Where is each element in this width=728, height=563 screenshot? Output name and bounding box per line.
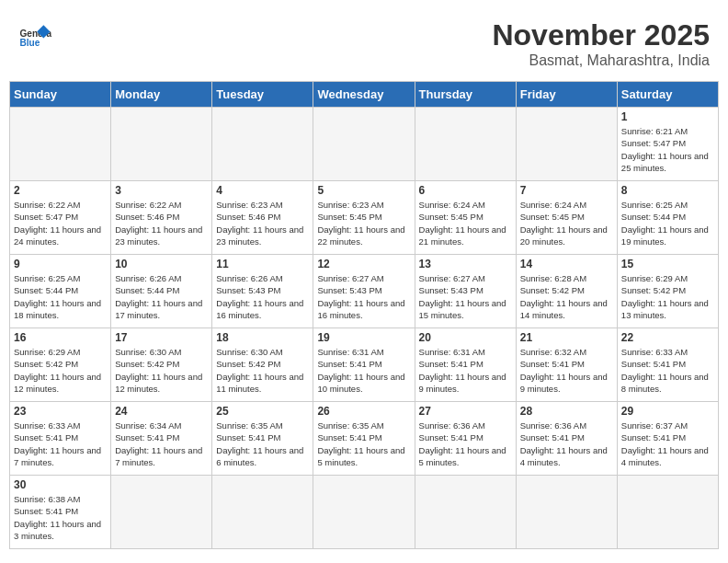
calendar-cell: 5Sunrise: 6:23 AM Sunset: 5:45 PM Daylig…	[313, 181, 415, 255]
calendar-cell: 30Sunrise: 6:38 AM Sunset: 5:41 PM Dayli…	[10, 476, 111, 549]
weekday-header-friday: Friday	[516, 82, 617, 108]
day-info: Sunrise: 6:24 AM Sunset: 5:45 PM Dayligh…	[520, 199, 613, 247]
day-number: 25	[216, 405, 309, 418]
weekday-header-monday: Monday	[111, 82, 212, 108]
calendar-cell: 16Sunrise: 6:29 AM Sunset: 5:42 PM Dayli…	[10, 328, 111, 402]
day-number: 6	[419, 184, 512, 197]
calendar-cell	[313, 476, 415, 549]
calendar-cell	[516, 476, 617, 549]
week-row-4: 16Sunrise: 6:29 AM Sunset: 5:42 PM Dayli…	[10, 328, 719, 402]
calendar-cell: 19Sunrise: 6:31 AM Sunset: 5:41 PM Dayli…	[313, 328, 415, 402]
day-number: 20	[419, 331, 512, 344]
weekday-header-saturday: Saturday	[617, 82, 718, 108]
calendar-cell	[516, 108, 617, 181]
calendar-cell: 29Sunrise: 6:37 AM Sunset: 5:41 PM Dayli…	[617, 402, 718, 476]
calendar-cell: 21Sunrise: 6:32 AM Sunset: 5:41 PM Dayli…	[516, 328, 617, 402]
day-number: 28	[520, 405, 613, 418]
day-info: Sunrise: 6:25 AM Sunset: 5:44 PM Dayligh…	[14, 272, 107, 321]
day-number: 1	[621, 110, 714, 123]
day-number: 15	[621, 258, 714, 270]
calendar-cell	[313, 108, 415, 181]
calendar-cell: 24Sunrise: 6:34 AM Sunset: 5:41 PM Dayli…	[111, 402, 212, 476]
day-info: Sunrise: 6:30 AM Sunset: 5:42 PM Dayligh…	[115, 346, 208, 395]
day-number: 13	[419, 258, 512, 270]
calendar-cell: 3Sunrise: 6:22 AM Sunset: 5:46 PM Daylig…	[111, 181, 212, 255]
day-number: 24	[115, 405, 208, 418]
day-info: Sunrise: 6:37 AM Sunset: 5:41 PM Dayligh…	[621, 419, 714, 468]
day-number: 10	[115, 258, 208, 270]
day-info: Sunrise: 6:35 AM Sunset: 5:41 PM Dayligh…	[317, 419, 410, 468]
calendar-cell: 28Sunrise: 6:36 AM Sunset: 5:41 PM Dayli…	[516, 402, 617, 476]
page-subtitle: Basmat, Maharashtra, India	[492, 52, 710, 69]
calendar-cell: 10Sunrise: 6:26 AM Sunset: 5:44 PM Dayli…	[111, 255, 212, 328]
week-row-6: 30Sunrise: 6:38 AM Sunset: 5:41 PM Dayli…	[10, 476, 719, 549]
day-info: Sunrise: 6:31 AM Sunset: 5:41 PM Dayligh…	[419, 346, 512, 395]
calendar-cell: 22Sunrise: 6:33 AM Sunset: 5:41 PM Dayli…	[617, 328, 718, 402]
weekday-header-sunday: Sunday	[10, 82, 111, 108]
day-info: Sunrise: 6:38 AM Sunset: 5:41 PM Dayligh…	[14, 493, 107, 542]
weekday-header-wednesday: Wednesday	[313, 82, 415, 108]
calendar-cell: 11Sunrise: 6:26 AM Sunset: 5:43 PM Dayli…	[212, 255, 313, 328]
day-info: Sunrise: 6:28 AM Sunset: 5:42 PM Dayligh…	[520, 272, 613, 321]
calendar-table: SundayMondayTuesdayWednesdayThursdayFrid…	[9, 81, 719, 549]
calendar-cell: 15Sunrise: 6:29 AM Sunset: 5:42 PM Dayli…	[617, 255, 718, 328]
day-number: 9	[14, 258, 107, 270]
calendar-cell	[10, 108, 111, 181]
calendar-cell: 20Sunrise: 6:31 AM Sunset: 5:41 PM Dayli…	[415, 328, 516, 402]
day-number: 26	[317, 405, 410, 418]
day-number: 30	[14, 478, 107, 491]
calendar-cell: 7Sunrise: 6:24 AM Sunset: 5:45 PM Daylig…	[516, 181, 617, 255]
day-number: 22	[621, 331, 714, 344]
day-info: Sunrise: 6:29 AM Sunset: 5:42 PM Dayligh…	[14, 346, 107, 395]
calendar-cell: 6Sunrise: 6:24 AM Sunset: 5:45 PM Daylig…	[415, 181, 516, 255]
calendar-cell: 14Sunrise: 6:28 AM Sunset: 5:42 PM Dayli…	[516, 255, 617, 328]
logo: General Blue	[18, 18, 51, 52]
calendar-cell: 8Sunrise: 6:25 AM Sunset: 5:44 PM Daylig…	[617, 181, 718, 255]
day-number: 11	[216, 258, 309, 270]
day-info: Sunrise: 6:21 AM Sunset: 5:47 PM Dayligh…	[621, 125, 714, 174]
weekday-header-thursday: Thursday	[415, 82, 516, 108]
weekday-header-row: SundayMondayTuesdayWednesdayThursdayFrid…	[10, 82, 719, 108]
day-number: 18	[216, 331, 309, 344]
calendar-cell: 13Sunrise: 6:27 AM Sunset: 5:43 PM Dayli…	[415, 255, 516, 328]
day-info: Sunrise: 6:22 AM Sunset: 5:46 PM Dayligh…	[115, 199, 208, 247]
day-info: Sunrise: 6:27 AM Sunset: 5:43 PM Dayligh…	[419, 272, 512, 321]
day-number: 14	[520, 258, 613, 270]
calendar-cell: 18Sunrise: 6:30 AM Sunset: 5:42 PM Dayli…	[212, 328, 313, 402]
day-info: Sunrise: 6:24 AM Sunset: 5:45 PM Dayligh…	[419, 199, 512, 247]
day-number: 29	[621, 405, 714, 418]
day-number: 12	[317, 258, 410, 270]
calendar-cell	[415, 476, 516, 549]
calendar-cell	[212, 476, 313, 549]
calendar-cell: 25Sunrise: 6:35 AM Sunset: 5:41 PM Dayli…	[212, 402, 313, 476]
day-number: 17	[115, 331, 208, 344]
day-info: Sunrise: 6:29 AM Sunset: 5:42 PM Dayligh…	[621, 272, 714, 321]
day-number: 5	[317, 184, 410, 197]
calendar-cell	[111, 476, 212, 549]
calendar-cell	[212, 108, 313, 181]
day-info: Sunrise: 6:31 AM Sunset: 5:41 PM Dayligh…	[317, 346, 410, 395]
day-info: Sunrise: 6:35 AM Sunset: 5:41 PM Dayligh…	[216, 419, 309, 468]
day-info: Sunrise: 6:33 AM Sunset: 5:41 PM Dayligh…	[621, 346, 714, 395]
day-info: Sunrise: 6:36 AM Sunset: 5:41 PM Dayligh…	[419, 419, 512, 468]
day-info: Sunrise: 6:23 AM Sunset: 5:45 PM Dayligh…	[317, 199, 410, 247]
calendar-cell: 27Sunrise: 6:36 AM Sunset: 5:41 PM Dayli…	[415, 402, 516, 476]
week-row-1: 1Sunrise: 6:21 AM Sunset: 5:47 PM Daylig…	[10, 108, 719, 181]
day-number: 8	[621, 184, 714, 197]
day-number: 2	[14, 184, 107, 197]
calendar-cell: 2Sunrise: 6:22 AM Sunset: 5:47 PM Daylig…	[10, 181, 111, 255]
day-number: 16	[14, 331, 107, 344]
title-block: November 2025 Basmat, Maharashtra, India	[492, 18, 710, 69]
day-number: 4	[216, 184, 309, 197]
day-info: Sunrise: 6:30 AM Sunset: 5:42 PM Dayligh…	[216, 346, 309, 395]
calendar-cell	[617, 476, 718, 549]
day-info: Sunrise: 6:36 AM Sunset: 5:41 PM Dayligh…	[520, 419, 613, 468]
page-title: November 2025	[492, 18, 710, 52]
day-info: Sunrise: 6:26 AM Sunset: 5:44 PM Dayligh…	[115, 272, 208, 321]
page-header: General Blue November 2025 Basmat, Mahar…	[9, 9, 719, 74]
calendar-cell	[111, 108, 212, 181]
week-row-5: 23Sunrise: 6:33 AM Sunset: 5:41 PM Dayli…	[10, 402, 719, 476]
weekday-header-tuesday: Tuesday	[212, 82, 313, 108]
day-info: Sunrise: 6:34 AM Sunset: 5:41 PM Dayligh…	[115, 419, 208, 468]
calendar-cell: 17Sunrise: 6:30 AM Sunset: 5:42 PM Dayli…	[111, 328, 212, 402]
